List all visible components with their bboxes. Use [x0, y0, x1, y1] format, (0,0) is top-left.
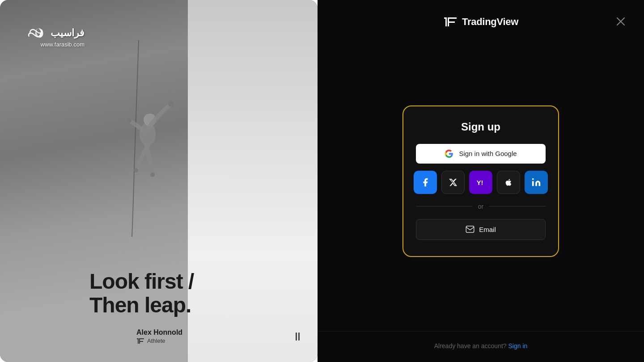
tagline-line1: Look first /	[89, 270, 194, 294]
yahoo-icon: Y!	[476, 177, 486, 187]
google-signin-button[interactable]: Sign in with Google	[416, 144, 546, 164]
facebook-signin-button[interactable]	[414, 171, 437, 194]
email-icon	[466, 226, 475, 233]
svg-point-9	[532, 178, 534, 180]
brand-arabic-text: فراسيب	[51, 27, 85, 39]
divider-line-right	[489, 206, 546, 206]
svg-point-5	[134, 168, 138, 173]
brand-title: TradingView	[462, 16, 518, 28]
athlete-role: Athlete	[147, 337, 165, 344]
close-icon	[616, 17, 625, 26]
climber-illustration	[67, 36, 201, 237]
athlete-badge: Athlete	[136, 337, 182, 344]
farasib-logo: فراسيب www.farasib.com	[25, 27, 85, 48]
athlete-name: Alex Honnold	[136, 328, 182, 337]
twitter-signin-button[interactable]	[441, 171, 465, 194]
tv-mini-logo	[136, 338, 144, 344]
email-btn-label: Email	[479, 226, 496, 233]
linkedin-icon	[531, 177, 541, 187]
divider-line-left	[416, 206, 473, 206]
tradingview-logo-icon	[443, 17, 458, 27]
or-divider: or	[416, 203, 546, 210]
close-button[interactable]	[614, 14, 628, 29]
athlete-info: Alex Honnold Athlete	[136, 328, 182, 344]
email-signin-button[interactable]: Email	[416, 219, 546, 240]
twitter-x-icon	[449, 178, 458, 187]
pause-button[interactable]	[296, 333, 300, 341]
google-btn-label: Sign in with Google	[459, 150, 517, 157]
svg-point-2	[168, 101, 174, 107]
left-panel: فراسيب www.farasib.com Look first / Then…	[0, 0, 318, 362]
svg-rect-10	[466, 226, 474, 232]
svg-text:Y!: Y!	[477, 179, 483, 186]
bottom-footer: Already have an account? Sign in	[434, 342, 528, 349]
signin-link[interactable]: Sign in	[508, 342, 527, 349]
social-buttons-row: Y!	[414, 171, 548, 194]
right-panel: TradingView Sign up Sign in with Google	[318, 0, 644, 362]
svg-point-3	[127, 118, 131, 123]
signup-title: Sign up	[461, 121, 500, 133]
yahoo-signin-button[interactable]: Y!	[469, 171, 492, 194]
tagline-block: Look first / Then leap.	[89, 270, 194, 317]
svg-point-4	[150, 173, 155, 177]
footer-text: Already have an account?	[434, 342, 507, 349]
brand-url: www.farasib.com	[41, 41, 85, 48]
footer-divider	[318, 331, 644, 332]
tagline-line2: Then leap.	[89, 294, 194, 317]
tv-header: TradingView	[443, 16, 518, 28]
infinity-icon	[25, 27, 46, 39]
or-text: or	[478, 203, 483, 210]
google-icon	[445, 149, 453, 158]
apple-signin-button[interactable]	[497, 171, 520, 194]
apple-icon	[504, 177, 513, 187]
linkedin-signin-button[interactable]	[525, 171, 548, 194]
facebook-icon	[420, 177, 430, 187]
signup-card: Sign up Sign in with Google	[402, 105, 559, 257]
